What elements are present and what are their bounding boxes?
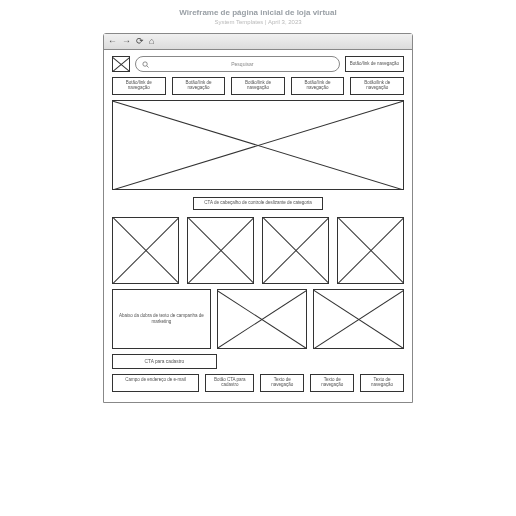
category-thumb[interactable] (337, 217, 404, 284)
signup-cta-row: CTA para cadastro (112, 354, 404, 369)
category-thumb[interactable] (112, 217, 179, 284)
nav-button[interactable]: Botão/link de navegação (231, 77, 285, 95)
category-thumb-row (112, 217, 404, 284)
category-thumb[interactable] (187, 217, 254, 284)
nav-button[interactable]: Botão/link de navegação (172, 77, 226, 95)
category-slider-cta[interactable]: CTA de cabeçalho de controle deslizante … (193, 197, 323, 210)
logo-placeholder[interactable] (112, 56, 130, 72)
search-input[interactable]: Pesquisar (135, 56, 340, 72)
category-thumb[interactable] (262, 217, 329, 284)
header-nav-button[interactable]: Botão/link de navegação (345, 56, 404, 72)
footer-nav-link[interactable]: Texto de navegação (360, 374, 404, 392)
search-icon (142, 61, 149, 68)
spacer (223, 354, 404, 369)
nav-button[interactable]: Botão/link de navegação (350, 77, 404, 95)
campaign-image-placeholder[interactable] (313, 289, 404, 349)
primary-nav: Botão/link de navegação Botão/link de na… (112, 77, 404, 95)
nav-button[interactable]: Botão/link de navegação (112, 77, 166, 95)
browser-window: ← → ⟳ ⌂ Pesquisar Botão/link de navegaçã… (103, 33, 413, 403)
reload-icon[interactable]: ⟳ (136, 37, 144, 46)
signup-cta[interactable]: CTA para cadastro (112, 354, 217, 369)
back-icon[interactable]: ← (108, 37, 117, 46)
footer-nav-link[interactable]: Texto de navegação (310, 374, 354, 392)
marketing-text-block: Abaixo da dobra de texto de campanha de … (112, 289, 211, 349)
signup-button[interactable]: Botão CTA para cadastro (205, 374, 254, 392)
page-subtitle: System Templates | April 3, 2023 (0, 19, 516, 25)
document-header: Wireframe de página inicial de loja virt… (0, 0, 516, 25)
page-body: Pesquisar Botão/link de navegação Botão/… (104, 50, 412, 402)
campaign-row: Abaixo da dobra de texto de campanha de … (112, 289, 404, 349)
svg-point-0 (143, 61, 147, 65)
nav-button[interactable]: Botão/link de navegação (291, 77, 345, 95)
forward-icon[interactable]: → (122, 37, 131, 46)
search-placeholder: Pesquisar (152, 61, 333, 67)
browser-chrome: ← → ⟳ ⌂ (104, 34, 412, 50)
footer-row: Campo de endereço de e-mail Botão CTA pa… (112, 374, 404, 392)
header-row: Pesquisar Botão/link de navegação (112, 56, 404, 72)
svg-line-1 (147, 65, 149, 67)
footer-nav-link[interactable]: Texto de navegação (260, 374, 304, 392)
home-icon[interactable]: ⌂ (149, 37, 154, 46)
hero-image-placeholder (112, 100, 404, 190)
page-title: Wireframe de página inicial de loja virt… (0, 8, 516, 17)
campaign-image-placeholder[interactable] (217, 289, 308, 349)
email-field[interactable]: Campo de endereço de e-mail (112, 374, 199, 392)
